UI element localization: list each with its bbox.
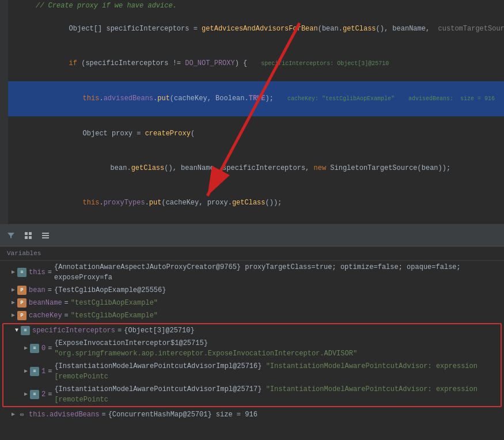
code-line: if (specificInterceptors != DO_NOT_PROXY… [8,46,504,81]
var-toggle-cachekey[interactable]: ▶ [9,310,17,321]
var-toggle-this[interactable]: ▶ [9,267,17,278]
line-content: // Create proxy if we have advice. [31,0,499,12]
line-content: this.proxyTypes.put(cacheKey, proxy.getC… [31,185,499,220]
code-line: Object[] specificInterceptors = getAdvic… [8,12,504,46]
var-toggle-si-2[interactable]: ▶ [22,389,30,400]
var-list[interactable]: ▶ ≡ this = {AnnotationAwareAspectJAutoPr… [0,261,504,440]
var-toggle-beanname[interactable]: ▶ [9,298,17,308]
debug-bottom-panel: Variables ▶ ≡ this = {AnnotationAwareAsp… [0,246,504,440]
var-icon-list4: ≡ [30,367,39,376]
var-value-si-1: {InstantiationModelAwarePointcutAdvisorI… [54,361,501,382]
var-name-cachekey: cacheKey [29,310,62,321]
code-line: return proxy; [8,220,504,225]
var-icon-p2: P [17,298,26,308]
var-name-si-2: 2 [41,389,46,400]
svg-rect-7 [42,235,49,236]
var-section-specificinterceptors: ▼ ≡ specificInterceptors = {Object[3]@25… [2,323,502,407]
var-icon-oo: ∞ [17,410,26,419]
code-lines: // Create proxy if we have advice. Objec… [8,0,504,225]
var-eq: = [48,343,52,354]
svg-rect-4 [25,236,28,239]
code-line: Object proxy = createProxy( [8,116,504,151]
var-name-ab: this.advisedBeans [29,409,99,420]
var-row-si-0[interactable]: ▶ ≡ 0 = {ExposeInvocationInterceptor$1@2… [3,337,501,360]
filter-button[interactable] [5,229,17,242]
var-name-si-0: 0 [41,343,46,354]
code-line: this.proxyTypes.put(cacheKey, proxy.getC… [8,185,504,220]
var-toggle-si-0[interactable]: ▶ [22,343,30,354]
var-value-si: {Object[3]@25710} [124,325,194,336]
var-eq: = [65,298,69,308]
var-value-bean: {TestCglibAopExample@25556} [54,285,166,295]
var-eq: = [48,267,52,278]
table-view-button[interactable] [22,229,35,242]
var-row-advisedbeans[interactable]: ▶ ∞ this.advisedBeans = {ConcurrentHashM… [0,408,504,421]
var-eq: = [65,310,69,321]
var-value-this: {AnnotationAwareAspectJAutoProxyCreator@… [54,262,504,283]
var-toggle-bean[interactable]: ▶ [9,285,17,295]
var-row-bean[interactable]: ▶ P bean = {TestCglibAopExample@25556} [0,284,504,297]
var-eq: = [101,409,105,420]
var-value-cachekey: "testCglibAopExample" [71,310,158,321]
var-name-si: specificInterceptors [32,325,115,336]
var-icon-list5: ≡ [30,390,39,399]
var-icon-p: P [17,286,26,295]
left-gutter [0,0,8,224]
list-view-button[interactable] [39,229,52,242]
code-line-highlighted: this.advisedBeans.put(cacheKey, Boolean.… [8,81,504,116]
svg-rect-8 [42,237,49,238]
code-line: // Create proxy if we have advice. [8,0,504,12]
line-content: if (specificInterceptors != DO_NOT_PROXY… [31,46,499,81]
var-eq: = [48,389,52,400]
var-icon-p3: P [17,311,26,320]
line-content: return proxy; [31,220,499,225]
line-content: Object proxy = createProxy( [31,116,499,151]
var-value-ab: {ConcurrentHashMap@25701} size = 916 [108,409,257,420]
line-content: bean.getClass(), beanName, specificInter… [31,151,499,185]
var-row-si-1[interactable]: ▶ ≡ 1 = {InstantiationModelAwarePointcut… [3,360,501,383]
var-row-cachekey[interactable]: ▶ P cacheKey = "testCglibAopExample" [0,309,504,322]
var-toggle-ab[interactable]: ▶ [9,409,17,420]
var-row-beanname[interactable]: ▶ P beanName = "testCglibAopExample" [0,297,504,309]
variables-header: Variables [0,246,504,261]
var-value-si-0: {ExposeInvocationInterceptor$1@25715} "o… [54,338,501,359]
code-area: // Create proxy if we have advice. Objec… [0,0,504,225]
svg-rect-2 [25,232,28,235]
svg-rect-6 [42,233,49,234]
var-row-si-2[interactable]: ▶ ≡ 2 = {InstantiationModelAwarePointcut… [3,383,501,406]
var-name-beanname: beanName [29,298,62,308]
var-toggle-si[interactable]: ▼ [13,325,21,336]
svg-rect-5 [29,236,32,239]
var-eq: = [48,366,52,377]
var-icon-list3: ≡ [30,344,39,353]
svg-rect-3 [29,232,32,235]
var-name-si-1: 1 [41,366,46,377]
var-value-beanname: "testCglibAopExample" [71,298,158,308]
var-eq: = [48,285,52,295]
var-value-si-2: {InstantiationModelAwarePointcutAdvisorI… [54,384,501,405]
var-icon-list: ≡ [17,268,26,277]
var-row-this[interactable]: ▶ ≡ this = {AnnotationAwareAspectJAutoPr… [0,261,504,284]
code-line: bean.getClass(), beanName, specificInter… [8,151,504,185]
var-toggle-si-1[interactable]: ▶ [22,366,30,377]
line-content: Object[] specificInterceptors = getAdvic… [31,12,504,46]
line-content: this.advisedBeans.put(cacheKey, Boolean.… [31,81,499,116]
var-icon-list2: ≡ [21,326,30,335]
var-name-bean: bean [29,285,46,295]
var-name-this: this [29,267,46,278]
var-eq: = [118,325,122,336]
var-row-specificinterceptors[interactable]: ▼ ≡ specificInterceptors = {Object[3]@25… [3,324,501,337]
debug-toolbar [0,225,504,246]
